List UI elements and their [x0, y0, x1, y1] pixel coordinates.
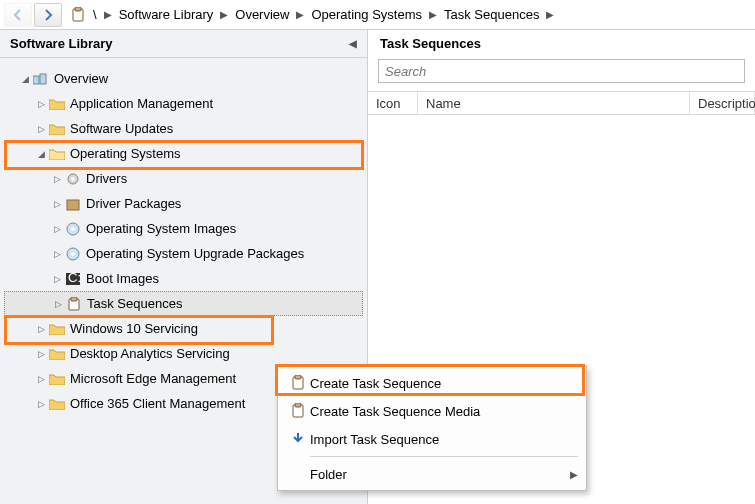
menu-label: Create Task Sequence	[310, 376, 441, 391]
svg-point-5	[71, 177, 75, 181]
menu-create-task-sequence[interactable]: Create Task Sequence	[280, 369, 584, 397]
tree-label: Windows 10 Servicing	[70, 321, 198, 336]
column-headers: Icon Name Description	[368, 91, 755, 115]
chevron-right-icon: ▶	[104, 9, 112, 20]
folder-icon	[48, 320, 66, 338]
tree-node-win10[interactable]: ▷ Windows 10 Servicing	[4, 316, 363, 341]
expand-icon[interactable]: ▷	[34, 124, 48, 134]
clipboard-icon	[286, 375, 310, 391]
breadcrumb-item[interactable]: Operating Systems	[308, 5, 425, 24]
expand-icon[interactable]: ◢	[34, 149, 48, 159]
tree-node-osimg[interactable]: ▷ Operating System Images	[4, 216, 363, 241]
tree-label: Application Management	[70, 96, 213, 111]
collapse-icon[interactable]: ◀	[349, 38, 357, 49]
expand-icon[interactable]: ▷	[50, 224, 64, 234]
folder-icon	[48, 95, 66, 113]
column-header-icon[interactable]: Icon	[368, 92, 418, 114]
breadcrumb-bar: \ ▶ Software Library ▶ Overview ▶ Operat…	[0, 0, 755, 30]
expand-icon[interactable]: ▷	[34, 349, 48, 359]
menu-label: Create Task Sequence Media	[310, 404, 480, 419]
menu-separator	[310, 456, 578, 457]
tree-node-drivers[interactable]: ▷ Drivers	[4, 166, 363, 191]
breadcrumb-item[interactable]: Software Library	[116, 5, 217, 24]
menu-import-task-sequence[interactable]: Import Task Sequence	[280, 425, 584, 453]
tree-label: Operating Systems	[70, 146, 181, 161]
expand-icon[interactable]: ▷	[50, 199, 64, 209]
folder-icon	[48, 395, 66, 413]
tree-node-desk[interactable]: ▷ Desktop Analytics Servicing	[4, 341, 363, 366]
menu-folder[interactable]: Folder ▶	[280, 460, 584, 488]
chevron-right-icon: ▶	[296, 9, 304, 20]
svg-rect-16	[295, 375, 301, 379]
expand-icon[interactable]: ▷	[51, 299, 65, 309]
tree-node-os[interactable]: ◢ Operating Systems	[4, 141, 363, 166]
folder-icon	[48, 120, 66, 138]
expand-icon[interactable]: ◢	[18, 74, 32, 84]
breadcrumb: \ ▶ Software Library ▶ Overview ▶ Operat…	[70, 0, 554, 29]
package-icon	[64, 195, 82, 213]
svg-point-8	[71, 227, 75, 231]
column-header-desc[interactable]: Description	[690, 92, 755, 114]
expand-icon[interactable]: ▷	[50, 174, 64, 184]
folder-open-icon	[48, 145, 66, 163]
tree-label: Driver Packages	[86, 196, 181, 211]
tree-label: Operating System Upgrade Packages	[86, 246, 304, 261]
import-arrow-icon	[286, 431, 310, 447]
breadcrumb-root[interactable]: \	[90, 5, 100, 24]
expand-icon[interactable]: ▷	[34, 399, 48, 409]
tree-label: Overview	[54, 71, 108, 86]
gear-icon	[64, 170, 82, 188]
tree-label: Task Sequences	[87, 296, 182, 311]
clipboard-icon	[70, 7, 86, 23]
tree-node-taskseq[interactable]: ▷ Task Sequences	[4, 291, 363, 316]
terminal-icon: C:\	[64, 270, 82, 288]
context-menu: Create Task Sequence Create Task Sequenc…	[277, 366, 587, 491]
tree-label: Desktop Analytics Servicing	[70, 346, 230, 361]
tree-node-osupg[interactable]: ▷ Operating System Upgrade Packages	[4, 241, 363, 266]
sidebar-title[interactable]: Software Library ◀	[0, 30, 367, 58]
svg-text:C:\: C:\	[68, 273, 80, 285]
folder-icon	[48, 345, 66, 363]
expand-icon[interactable]: ▷	[34, 374, 48, 384]
breadcrumb-item[interactable]: Overview	[232, 5, 292, 24]
clipboard-icon	[65, 295, 83, 313]
svg-rect-2	[33, 76, 39, 84]
tree-node-appmgmt[interactable]: ▷ Application Management	[4, 91, 363, 116]
svg-rect-6	[67, 200, 79, 210]
tree-label: Office 365 Client Management	[70, 396, 245, 411]
menu-label: Folder	[310, 467, 347, 482]
chevron-right-icon: ▶	[220, 9, 228, 20]
expand-icon[interactable]: ▷	[34, 324, 48, 334]
column-header-name[interactable]: Name	[418, 92, 690, 114]
svg-rect-18	[295, 403, 301, 407]
menu-label: Import Task Sequence	[310, 432, 439, 447]
search-input[interactable]	[378, 59, 745, 83]
tree-label: Operating System Images	[86, 221, 236, 236]
tree-label: Drivers	[86, 171, 127, 186]
breadcrumb-item[interactable]: Task Sequences	[441, 5, 542, 24]
tree-label: Boot Images	[86, 271, 159, 286]
expand-icon[interactable]: ▷	[50, 249, 64, 259]
forward-button[interactable]	[34, 3, 62, 27]
tree-node-updates[interactable]: ▷ Software Updates	[4, 116, 363, 141]
sidebar-title-label: Software Library	[10, 36, 113, 51]
svg-rect-1	[75, 7, 81, 11]
disc-icon	[64, 245, 82, 263]
expand-icon[interactable]: ▷	[50, 274, 64, 284]
svg-rect-14	[71, 297, 77, 301]
chevron-right-icon: ▶	[429, 9, 437, 20]
tree-node-overview[interactable]: ◢ Overview	[4, 66, 363, 91]
chevron-right-icon: ▶	[546, 9, 554, 20]
tree-node-drvpkg[interactable]: ▷ Driver Packages	[4, 191, 363, 216]
back-button[interactable]	[4, 3, 32, 27]
disc-icon	[64, 220, 82, 238]
menu-create-task-sequence-media[interactable]: Create Task Sequence Media	[280, 397, 584, 425]
svg-point-10	[71, 252, 75, 256]
tree-label: Software Updates	[70, 121, 173, 136]
expand-icon[interactable]: ▷	[34, 99, 48, 109]
page-title: Task Sequences	[368, 30, 755, 55]
submenu-arrow-icon: ▶	[570, 469, 578, 480]
library-icon	[32, 70, 50, 88]
folder-icon	[48, 370, 66, 388]
tree-node-boot[interactable]: ▷ C:\ Boot Images	[4, 266, 363, 291]
